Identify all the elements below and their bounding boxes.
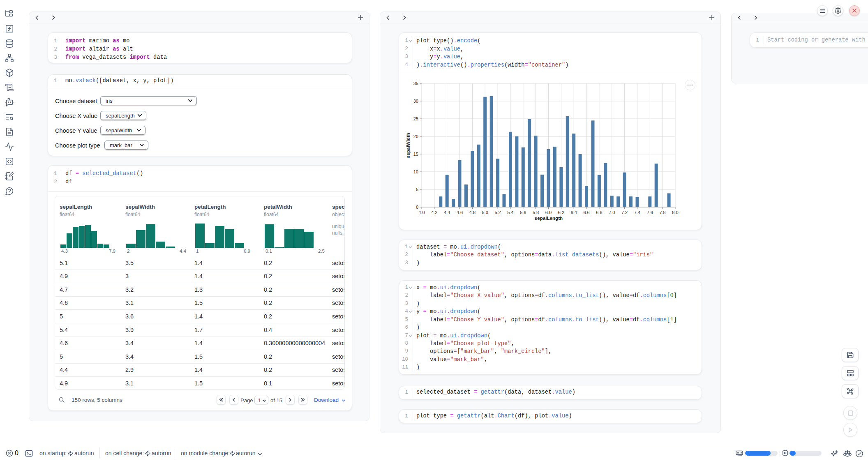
svg-text:10: 10 bbox=[413, 169, 418, 174]
svg-text:6.6: 6.6 bbox=[583, 210, 589, 215]
svg-text:5.2: 5.2 bbox=[494, 210, 501, 215]
svg-text:sepalWidth: sepalWidth bbox=[405, 133, 411, 158]
svg-text:7.4: 7.4 bbox=[634, 210, 640, 215]
svg-text:7.6: 7.6 bbox=[647, 210, 653, 215]
svg-text:20: 20 bbox=[413, 134, 418, 139]
svg-text:7.2: 7.2 bbox=[621, 210, 628, 215]
svg-text:4.6: 4.6 bbox=[457, 210, 463, 215]
svg-text:4.4: 4.4 bbox=[444, 210, 450, 215]
svg-text:6.2: 6.2 bbox=[558, 210, 564, 215]
svg-text:sepalLength: sepalLength bbox=[535, 215, 563, 221]
svg-text:8.0: 8.0 bbox=[672, 210, 678, 215]
svg-text:6.8: 6.8 bbox=[596, 210, 602, 215]
svg-text:4.0: 4.0 bbox=[418, 210, 425, 215]
svg-text:0: 0 bbox=[416, 205, 418, 210]
svg-text:4.2: 4.2 bbox=[431, 210, 437, 215]
svg-text:25: 25 bbox=[413, 116, 418, 121]
svg-text:4.8: 4.8 bbox=[469, 210, 476, 215]
svg-text:6.0: 6.0 bbox=[545, 210, 552, 215]
svg-text:35: 35 bbox=[413, 81, 418, 86]
svg-text:5.4: 5.4 bbox=[507, 210, 513, 215]
svg-text:7.0: 7.0 bbox=[609, 210, 615, 215]
svg-text:5.6: 5.6 bbox=[520, 210, 526, 215]
svg-text:5.0: 5.0 bbox=[482, 210, 488, 215]
svg-text:7.8: 7.8 bbox=[659, 210, 665, 215]
svg-text:5: 5 bbox=[416, 187, 418, 192]
svg-text:5.8: 5.8 bbox=[533, 210, 539, 215]
svg-text:6.4: 6.4 bbox=[571, 210, 577, 215]
svg-text:30: 30 bbox=[413, 99, 418, 104]
svg-text:15: 15 bbox=[413, 152, 418, 157]
